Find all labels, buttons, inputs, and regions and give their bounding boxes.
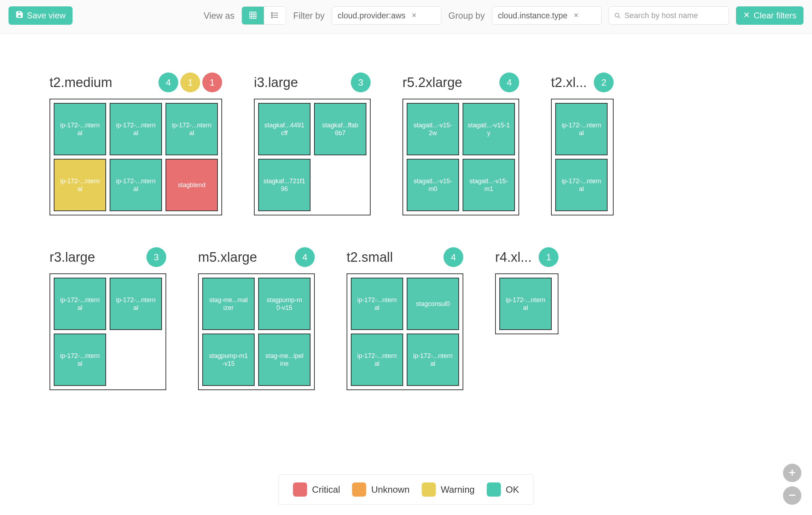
status-badge-ok[interactable]: 4 [443,247,463,267]
host-cell[interactable]: ip-172-...nternal [407,334,459,386]
svg-point-11 [272,15,273,16]
host-cell-empty [314,159,366,211]
host-cell[interactable]: stagatl...-v15-1y [463,103,515,155]
host-cell[interactable]: stagkaf...ffab6b7 [314,103,366,155]
zoom-controls [783,464,801,505]
groups-row-2: r3.large3ip-172-...nternalip-172-...nter… [50,247,812,390]
host-cell[interactable]: stagatl...-v15-m1 [463,159,515,211]
filter-chip-remove[interactable] [410,12,418,19]
host-cell[interactable]: ip-172-...nternal [166,103,218,155]
host-cell[interactable]: stagpump-m1-v15 [202,334,255,386]
host-cell[interactable]: ip-172-...nternal [54,334,106,386]
host-grid: ip-172-...nternalip-172-...nternal [551,99,614,215]
host-cell-empty [110,334,162,386]
svg-point-12 [272,17,273,18]
svg-rect-2 [250,12,256,18]
swatch-ok [487,482,501,497]
host-cell[interactable]: ip-172-...nternal [555,103,608,155]
host-cell[interactable]: ip-172-...nternal [110,278,162,330]
status-badges: 4 [499,73,519,92]
status-badge-ok[interactable]: 4 [295,247,315,267]
legend-ok: OK [487,482,519,497]
host-cell[interactable]: ip-172-...nternal [54,278,106,330]
filter-by-label: Filter by [293,11,325,21]
save-view-button[interactable]: Save view [8,6,72,25]
group-title: r5.2xlarge [402,75,462,90]
group-header: m5.xlarge4 [198,247,315,267]
host-cell[interactable]: stagkaf...721f196 [258,159,311,211]
host-cell[interactable]: stagconsul0 [407,278,459,330]
host-cell[interactable]: ip-172-...nternal [110,103,162,155]
minus-icon [788,491,797,501]
host-cell[interactable]: stagatl...-v15-m0 [407,159,459,211]
grid-icon [249,11,257,21]
view-grid-button[interactable] [242,7,264,24]
group-title: i3.large [254,75,298,90]
status-badge-crit[interactable]: 1 [202,73,222,92]
group-title: r3.large [50,250,95,265]
host-cell[interactable]: ip-172-...nternal [555,159,608,211]
host-cell[interactable]: ip-172-...nternal [110,159,162,211]
save-icon [16,11,23,21]
host-cell[interactable]: ip-172-...nternal [54,159,106,211]
group-header: r5.2xlarge4 [402,73,519,92]
filter-chip-text: cloud.provider:aws [338,11,406,21]
svg-point-10 [272,12,273,13]
search-icon [614,12,621,19]
status-badges: 411 [158,73,222,92]
host-cell[interactable]: ip-172-...nternal [54,103,106,155]
status-badge-ok[interactable]: 3 [351,73,371,92]
group-chip-remove[interactable] [572,12,580,19]
host-grid: ip-172-...nternal [495,273,558,334]
swatch-unknown [352,482,366,497]
status-badge-ok[interactable]: 4 [158,73,178,92]
swatch-critical [293,482,307,497]
status-badges: 2 [594,73,614,92]
host-cell[interactable]: stagpump-m0-v15 [258,278,311,330]
clear-filters-label: Clear filters [754,11,796,21]
swatch-warning [422,482,436,497]
host-cell[interactable]: ip-172-...nternal [499,278,552,330]
status-legend: Critical Unknown Warning OK [278,474,533,505]
filter-by-input[interactable]: cloud.provider:aws [332,6,441,25]
host-grid: ip-172-...nternalip-172-...nternalip-172… [50,99,222,215]
host-group: t2.small4ip-172-...nternalstagconsul0ip-… [347,247,463,390]
view-list-button[interactable] [264,7,286,24]
host-grid: ip-172-...nternalip-172-...nternalip-172… [50,273,166,390]
host-grid: stagkaf...4491cffstagkaf...ffab6b7stagka… [254,99,371,215]
legend-unknown-label: Unknown [371,484,410,495]
toolbar: Save view View as [0,0,812,34]
host-cell[interactable]: ip-172-...nternal [351,334,403,386]
svg-line-18 [618,17,620,18]
legend-ok-label: OK [506,484,519,495]
status-badge-ok[interactable]: 4 [499,73,519,92]
host-map-canvas: t2.medium411ip-172-...nternalip-172-...n… [0,34,812,515]
clear-filters-button[interactable]: Clear filters [736,6,804,25]
host-group: r3.large3ip-172-...nternalip-172-...nter… [50,247,166,390]
group-by-input[interactable]: cloud.instance.type [492,6,602,25]
zoom-out-button[interactable] [783,486,801,505]
host-cell[interactable]: ip-172-...nternal [351,278,403,330]
search-input[interactable] [625,11,724,20]
legend-critical: Critical [293,482,340,497]
host-cell[interactable]: stagatl...-v15-2w [407,103,459,155]
group-title: m5.xlarge [198,250,257,265]
svg-rect-0 [18,12,20,14]
status-badge-warn[interactable]: 1 [180,73,200,92]
status-badge-ok[interactable]: 1 [539,247,558,267]
host-cell[interactable]: stag-me...ipeline [258,334,311,386]
group-title: t2.small [347,250,393,265]
status-badge-ok[interactable]: 3 [146,247,166,267]
zoom-in-button[interactable] [783,464,801,482]
status-badge-ok[interactable]: 2 [594,73,614,92]
host-group: m5.xlarge4stag-me...malizerstagpump-m0-v… [198,247,315,390]
status-badges: 1 [539,247,558,267]
host-cell[interactable]: stagkaf...4491cff [258,103,311,155]
group-chip-text: cloud.instance.type [498,11,568,21]
host-cell[interactable]: stagblend [166,159,218,211]
host-group: i3.large3stagkaf...4491cffstagkaf...ffab… [254,73,371,215]
group-by-label: Group by [448,11,485,21]
host-cell[interactable]: stag-me...malizer [202,278,255,330]
plus-icon [788,468,797,478]
search-box[interactable] [609,6,729,25]
